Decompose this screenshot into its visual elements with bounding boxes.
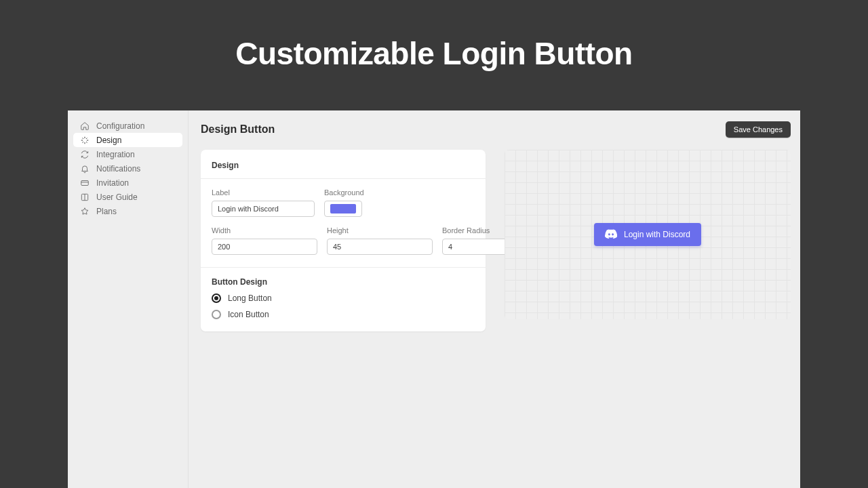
height-input[interactable] — [327, 239, 433, 255]
sidebar-item-design[interactable]: Design — [73, 133, 182, 147]
label-field-label: Label — [212, 188, 315, 197]
sidebar-item-integration[interactable]: Integration — [73, 147, 182, 161]
button-design-section-title: Button Design — [212, 277, 475, 287]
divider — [201, 267, 486, 268]
sparkle-icon — [80, 136, 90, 145]
label-input[interactable] — [212, 201, 315, 217]
main: Design Button Save Changes Design Label … — [189, 110, 800, 488]
home-icon — [80, 121, 90, 131]
button-preview: Login with Discord — [505, 150, 791, 319]
svg-rect-0 — [81, 180, 89, 185]
design-card: Design Label Background — [201, 150, 486, 331]
field-height: Height — [327, 226, 433, 255]
main-header: Design Button Save Changes — [201, 121, 791, 138]
discord-icon — [605, 229, 617, 241]
content-row: Design Label Background — [201, 150, 791, 331]
login-with-discord-button[interactable]: Login with Discord — [594, 223, 701, 246]
save-changes-button[interactable]: Save Changes — [726, 121, 791, 138]
sidebar-item-label: Invitation — [96, 178, 129, 188]
sidebar-item-notifications[interactable]: Notifications — [73, 161, 182, 176]
color-swatch — [330, 204, 356, 214]
width-input[interactable] — [212, 239, 317, 255]
sidebar-item-user-guide[interactable]: User Guide — [73, 190, 182, 204]
sidebar-item-configuration[interactable]: Configuration — [73, 119, 182, 133]
sidebar: Configuration Design Integration Notific… — [68, 110, 189, 488]
app-frame: Configuration Design Integration Notific… — [68, 110, 800, 488]
design-section-title: Design — [212, 161, 475, 170]
sync-icon — [80, 150, 90, 159]
sidebar-item-label: Plans — [96, 207, 117, 216]
sidebar-item-label: Configuration — [96, 121, 144, 131]
background-color-input[interactable] — [324, 201, 362, 217]
sidebar-item-label: User Guide — [96, 192, 138, 202]
card-icon — [80, 178, 90, 188]
height-field-label: Height — [327, 226, 433, 235]
width-field-label: Width — [212, 226, 317, 235]
radio-label: Long Button — [228, 293, 272, 303]
sidebar-item-label: Notifications — [96, 164, 140, 174]
field-background: Background — [324, 188, 365, 217]
field-width: Width — [212, 226, 317, 255]
divider — [201, 178, 486, 179]
star-icon — [80, 207, 90, 216]
bell-icon — [80, 164, 90, 174]
book-icon — [80, 192, 90, 202]
sidebar-item-invitation[interactable]: Invitation — [73, 176, 182, 190]
page-title: Design Button — [201, 123, 275, 136]
background-field-label: Background — [324, 188, 365, 197]
radio-icon — [212, 310, 221, 319]
radio-label: Icon Button — [228, 310, 269, 319]
sidebar-item-plans[interactable]: Plans — [73, 204, 182, 218]
hero-title: Customizable Login Button — [0, 0, 868, 72]
radio-long-button[interactable]: Long Button — [212, 293, 475, 303]
login-button-label: Login with Discord — [624, 230, 690, 239]
sidebar-item-label: Integration — [96, 150, 135, 159]
radio-icon — [212, 293, 221, 303]
field-label: Label — [212, 188, 315, 217]
radio-icon-button[interactable]: Icon Button — [212, 310, 475, 319]
sidebar-item-label: Design — [96, 136, 121, 145]
